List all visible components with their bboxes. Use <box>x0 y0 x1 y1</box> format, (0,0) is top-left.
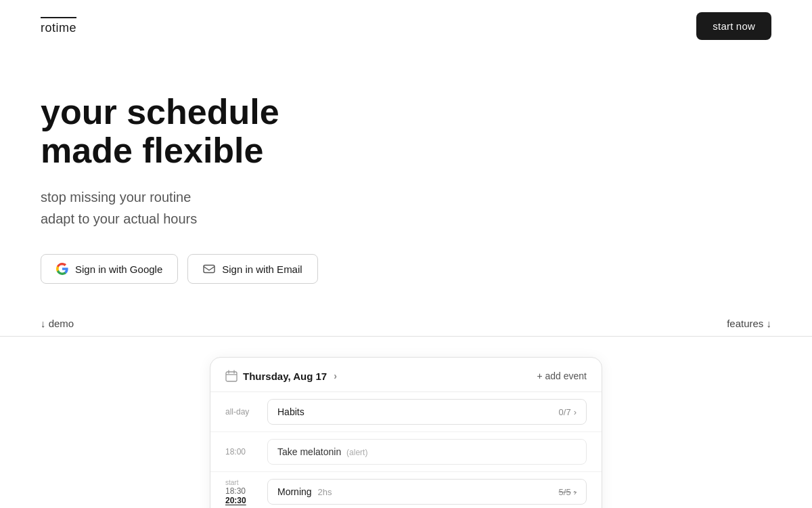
chevron-right-icon: › <box>574 487 577 497</box>
alert-tag: (alert) <box>346 448 367 457</box>
hero-title-line2: made flexible <box>41 131 263 170</box>
section-bar: ↓ demo features ↓ <box>0 318 812 337</box>
morning-title: Morning 2hs <box>277 486 332 497</box>
features-label[interactable]: features ↓ <box>727 318 771 329</box>
end-time: 20:30 <box>225 496 258 505</box>
email-button-label: Sign in with Email <box>222 263 302 275</box>
chevron-right-icon: › <box>574 407 577 417</box>
time-row-18: 18:00 Take melatonin (alert) <box>210 432 602 472</box>
morning-card[interactable]: Morning 2hs 5/5 › <box>267 479 587 505</box>
melatonin-event[interactable]: Take melatonin (alert) <box>267 439 587 465</box>
date-text: Thursday, Aug 17 <box>243 371 327 382</box>
auth-buttons: Sign in with Google Sign in with Email <box>41 254 501 284</box>
habits-title: Habits <box>277 406 304 417</box>
time-label-18: 18:00 <box>225 447 258 457</box>
habits-count: 0/7 › <box>559 407 577 417</box>
logo: rotime <box>41 17 76 35</box>
demo-section: Thursday, Aug 17 › + add event all-day H… <box>0 337 812 508</box>
card-date: Thursday, Aug 17 › <box>225 370 337 382</box>
demo-card: Thursday, Aug 17 › + add event all-day H… <box>210 357 602 508</box>
chevron-right-icon: › <box>334 371 337 381</box>
hero-title-line1: your schedule <box>41 92 279 131</box>
navbar: rotime start now <box>0 0 812 52</box>
start-time: 18:30 <box>225 486 258 496</box>
demo-label[interactable]: ↓ demo <box>41 318 74 329</box>
start-now-button[interactable]: start now <box>696 12 771 40</box>
google-button-label: Sign in with Google <box>75 263 162 275</box>
hero-title: your schedule made flexible <box>41 93 501 170</box>
svg-rect-0 <box>204 266 215 273</box>
email-icon <box>203 263 215 275</box>
card-header: Thursday, Aug 17 › + add event <box>210 358 602 392</box>
allday-label: all-day <box>225 407 258 417</box>
svg-rect-1 <box>226 372 237 381</box>
calendar-icon <box>225 370 238 382</box>
sign-in-google-button[interactable]: Sign in with Google <box>41 254 178 284</box>
start-text: start <box>225 479 258 486</box>
allday-row: all-day Habits 0/7 › <box>210 392 602 432</box>
logo-line <box>41 17 76 18</box>
hero-subtitle: stop missing your routine adapt to your … <box>41 186 501 230</box>
sign-in-email-button[interactable]: Sign in with Email <box>187 254 317 284</box>
hero-subtitle-line2: adapt to your actual hours <box>41 211 197 226</box>
hero-section: your schedule made flexible stop missing… <box>0 52 541 284</box>
hero-subtitle-line1: stop missing your routine <box>41 190 191 205</box>
logo-text: rotime <box>41 21 76 35</box>
morning-count: 5/5 › <box>559 487 577 497</box>
habits-card[interactable]: Habits 0/7 › <box>267 399 587 425</box>
start-label-group: start 18:30 20:30 <box>225 479 258 505</box>
google-icon <box>56 263 68 275</box>
add-event-button[interactable]: + add event <box>537 371 587 381</box>
start-row: start 18:30 20:30 Morning 2hs 5/5 › <box>210 472 602 508</box>
